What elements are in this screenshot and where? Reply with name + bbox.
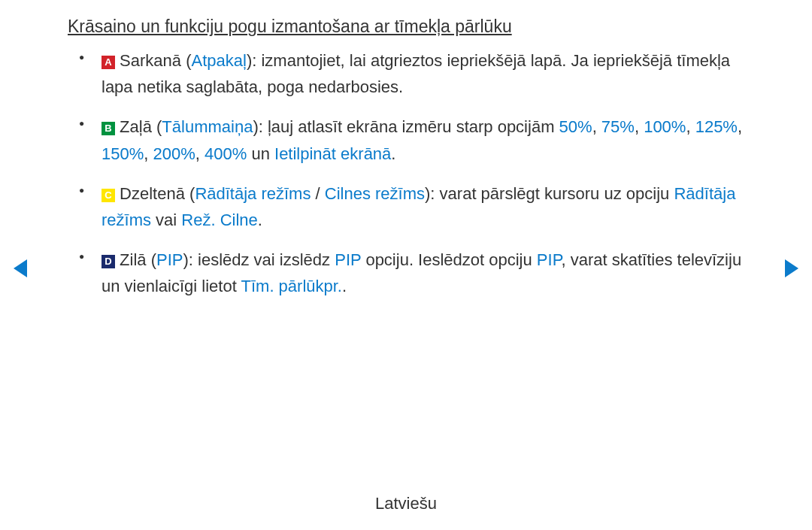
- label-pip: PIP: [156, 250, 183, 269]
- text: Zaļā (: [115, 117, 162, 136]
- text: Dzeltenā (: [115, 184, 195, 203]
- zoom-150: 150%: [102, 144, 144, 163]
- text: /: [311, 184, 324, 203]
- text: Sarkanā (: [115, 51, 192, 70]
- language-label: Latviešu: [0, 494, 812, 513]
- text: ): ieslēdz vai izslēdz: [183, 250, 335, 269]
- item-b: B Zaļā (Tālummaiņa): ļauj atlasīt ekrāna…: [102, 114, 744, 166]
- item-a: A Sarkanā (Atpakaļ): izmantojiet, lai at…: [102, 47, 744, 100]
- blue-button-icon: D: [102, 255, 115, 268]
- label-zoom: Tālummaiņa: [162, 117, 253, 136]
- item-d: D Zilā (PIP): ieslēdz vai izslēdz PIP op…: [102, 247, 744, 299]
- text: ,: [592, 117, 601, 136]
- green-button-icon: B: [102, 122, 115, 135]
- yellow-button-icon: C: [102, 189, 115, 202]
- text: un: [247, 144, 274, 163]
- bullet-list: A Sarkanā (Atpakaļ): izmantojiet, lai at…: [68, 47, 744, 300]
- text: .: [342, 277, 347, 295]
- label-pointer-mode: Rādītāja režīms: [195, 184, 311, 203]
- zoom-200: 200%: [153, 144, 195, 163]
- prev-page-arrow-icon[interactable]: [14, 259, 27, 277]
- text: vai: [151, 210, 181, 229]
- zoom-400: 400%: [205, 144, 247, 163]
- text: ,: [686, 117, 695, 136]
- zoom-100: 100%: [644, 117, 686, 136]
- text: opciju. Ieslēdzot opciju: [361, 250, 537, 269]
- section-title: Krāsaino un funkciju pogu izmantošana ar…: [68, 17, 744, 37]
- text: ,: [144, 144, 153, 163]
- text: Zilā (: [115, 250, 156, 269]
- label-tab-mode: Cilnes režīms: [325, 184, 425, 203]
- pip-2: PIP: [335, 250, 361, 269]
- next-page-arrow-icon[interactable]: [785, 259, 798, 277]
- text: ): ļauj atlasīt ekrāna izmēru starp opci…: [253, 117, 559, 136]
- text: ): varat pārslēgt kursoru uz opciju: [425, 184, 674, 203]
- option-tab-mode: Rež. Cilne: [181, 210, 257, 229]
- zoom-125: 125%: [695, 117, 738, 136]
- text: ,: [195, 144, 205, 163]
- item-c: C Dzeltenā (Rādītāja režīms / Cilnes rež…: [102, 180, 744, 233]
- text: ,: [635, 117, 644, 136]
- text: .: [391, 144, 395, 163]
- zoom-fit: Ietilpināt ekrānā: [274, 144, 391, 163]
- zoom-75: 75%: [601, 117, 635, 136]
- zoom-50: 50%: [559, 117, 592, 136]
- text: ,: [738, 117, 742, 136]
- text: .: [258, 210, 262, 229]
- label-web-browser: Tīm. pārlūkpr.: [241, 277, 342, 295]
- label-atpakal: Atpakaļ: [192, 51, 247, 70]
- pip-3: PIP: [537, 250, 562, 269]
- red-button-icon: A: [102, 56, 115, 69]
